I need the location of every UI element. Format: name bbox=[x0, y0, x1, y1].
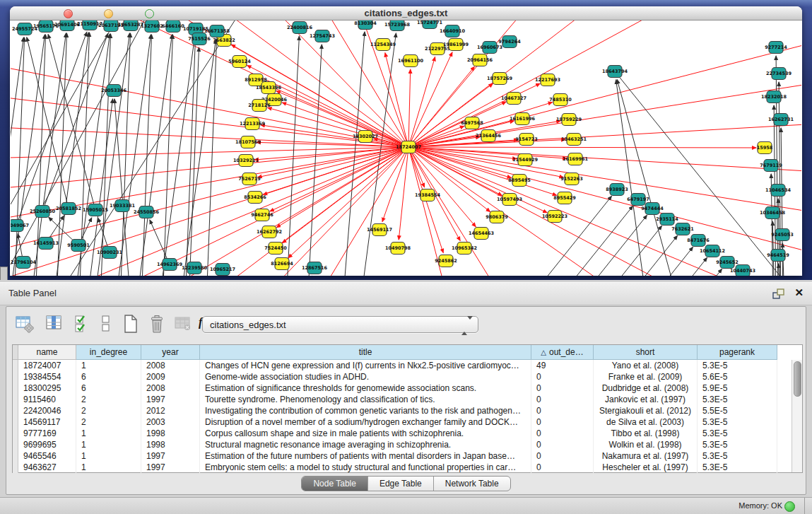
network-edge[interactable] bbox=[408, 147, 512, 178]
network-node[interactable]: 2935114 bbox=[656, 214, 678, 226]
network-node[interactable]: 18759229 bbox=[556, 114, 582, 126]
network-edge[interactable] bbox=[11, 37, 23, 276]
network-node[interactable]: 22734539 bbox=[766, 68, 792, 80]
network-node[interactable]: 10965217 bbox=[210, 264, 235, 276]
network-edge[interactable] bbox=[288, 147, 408, 258]
network-node[interactable]: 15905015 bbox=[83, 204, 109, 216]
network-edge[interactable] bbox=[343, 32, 365, 276]
network-edge[interactable] bbox=[141, 35, 152, 276]
network-edge[interactable] bbox=[11, 63, 408, 147]
column-header-out_de[interactable]: △out_de… bbox=[531, 345, 594, 360]
network-edge[interactable] bbox=[286, 36, 299, 276]
network-edge[interactable] bbox=[600, 226, 662, 276]
select-all-button[interactable] bbox=[73, 313, 94, 336]
column-header-pagerank[interactable]: pagerank bbox=[698, 345, 777, 360]
network-edge[interactable] bbox=[408, 147, 490, 212]
tab-edge-table[interactable]: Edge Table bbox=[368, 477, 434, 491]
network-edge[interactable] bbox=[11, 21, 124, 204]
network-edge[interactable] bbox=[159, 37, 194, 276]
table-row[interactable]: 969969511998Structural magnetic resonanc… bbox=[13, 439, 802, 450]
network-edge[interactable] bbox=[408, 147, 801, 173]
network-node[interactable]: 10463251 bbox=[561, 134, 587, 146]
network-node[interactable]: 18643794 bbox=[602, 66, 628, 78]
network-node[interactable]: 16169961 bbox=[563, 153, 589, 165]
network-edge[interactable] bbox=[11, 127, 408, 147]
network-node[interactable]: 16145913 bbox=[33, 238, 59, 250]
table-row[interactable]: 1830029562008Estimation of significance … bbox=[13, 382, 802, 394]
network-edge[interactable] bbox=[408, 147, 756, 148]
network-edge[interactable] bbox=[577, 215, 647, 276]
network-node[interactable]: 11544929 bbox=[512, 154, 539, 166]
network-node[interactable]: 8126694 bbox=[271, 258, 293, 270]
network-edge[interactable] bbox=[150, 220, 170, 264]
table-row[interactable]: 2242004622012Investigating the contribut… bbox=[13, 405, 802, 416]
network-node[interactable]: 6497568 bbox=[461, 117, 483, 129]
network-node[interactable]: 9154723 bbox=[515, 134, 538, 146]
network-node[interactable]: 18757269 bbox=[487, 73, 513, 85]
table-row[interactable]: 1872400712008Changes of HCN gene express… bbox=[13, 360, 802, 371]
network-node[interactable]: 10900231 bbox=[97, 247, 123, 259]
network-node[interactable]: 9245652 bbox=[716, 257, 739, 269]
network-edge[interactable] bbox=[408, 147, 517, 159]
network-node[interactable]: 10597493 bbox=[497, 194, 522, 206]
float-panel-icon[interactable] bbox=[772, 288, 785, 300]
table-row[interactable]: 1938455462009Genome-wide association stu… bbox=[13, 371, 802, 382]
network-node[interactable]: 24550856 bbox=[134, 206, 160, 218]
network-node[interactable]: 8130304 bbox=[354, 21, 377, 30]
network-node[interactable]: 11046534 bbox=[765, 185, 792, 197]
network-node[interactable]: 8938923 bbox=[606, 184, 628, 196]
network-node[interactable]: 8955429 bbox=[553, 192, 576, 204]
close-panel-icon[interactable]: ✕ bbox=[794, 286, 804, 299]
delete-table-button[interactable] bbox=[173, 313, 194, 336]
network-node[interactable]: 10965342 bbox=[452, 243, 477, 255]
network-edge[interactable] bbox=[385, 53, 408, 147]
network-node[interactable]: 16961100 bbox=[398, 55, 424, 67]
network-node[interactable]: 10490798 bbox=[385, 243, 411, 255]
network-node[interactable]: 19384554 bbox=[415, 189, 441, 201]
network-window-titlebar[interactable]: citations_edges.txt bbox=[10, 6, 802, 21]
network-node[interactable]: 11254349 bbox=[370, 39, 396, 51]
column-header-name[interactable]: name bbox=[18, 345, 76, 360]
network-node[interactable]: 9464519 bbox=[767, 250, 789, 262]
network-edge[interactable] bbox=[408, 147, 774, 276]
network-node[interactable]: 18232018 bbox=[761, 91, 787, 103]
table-selector[interactable]: citations_edges.txt bbox=[202, 316, 478, 333]
table-row[interactable]: 911546021997Tourette syndrome. Phenomeno… bbox=[13, 394, 802, 405]
network-node[interactable]: 20964156 bbox=[467, 54, 493, 66]
table-row[interactable]: 946362711997Embryonic stem cells: a mode… bbox=[13, 462, 802, 473]
network-node[interactable]: 12867516 bbox=[302, 262, 328, 274]
network-edge[interactable] bbox=[408, 66, 474, 147]
table-row[interactable]: 946554611997Estimation of the future num… bbox=[13, 450, 802, 462]
column-header-short[interactable]: short bbox=[594, 345, 698, 360]
network-edge[interactable] bbox=[115, 35, 151, 276]
network-edge[interactable] bbox=[11, 147, 408, 158]
network-edge[interactable] bbox=[648, 247, 693, 276]
network-node[interactable]: 12213369 bbox=[240, 118, 266, 130]
network-node[interactable]: 8534266 bbox=[244, 192, 266, 204]
table-row[interactable]: 1456911722003Disruption of a novel membe… bbox=[13, 416, 802, 428]
tab-network-table[interactable]: Network Table bbox=[434, 477, 510, 491]
network-edge[interactable] bbox=[282, 103, 408, 147]
delete-column-button[interactable] bbox=[148, 313, 169, 336]
network-node[interactable]: 22400816 bbox=[287, 22, 313, 34]
network-node[interactable]: 16640910 bbox=[440, 25, 466, 37]
network-node[interactable]: 15958 bbox=[757, 142, 773, 154]
network-node[interactable]: 9806379 bbox=[486, 211, 508, 223]
network-node[interactable]: 20053346 bbox=[101, 85, 127, 97]
change-table-mode-button[interactable] bbox=[15, 313, 36, 336]
network-node[interactable]: 16262792 bbox=[257, 226, 282, 238]
column-header-year[interactable]: year bbox=[141, 345, 200, 360]
network-edge[interactable] bbox=[136, 35, 172, 276]
network-node[interactable]: 21049067 bbox=[11, 220, 29, 232]
network-node[interactable]: 7485310 bbox=[549, 94, 572, 106]
network-edge[interactable] bbox=[206, 40, 217, 276]
network-node[interactable]: 7526719 bbox=[238, 173, 261, 185]
network-node[interactable]: 14962369 bbox=[157, 259, 183, 271]
network-edge[interactable] bbox=[616, 80, 647, 276]
network-node[interactable]: 10654112 bbox=[700, 245, 725, 257]
column-header-title[interactable]: title bbox=[200, 345, 531, 360]
network-edge[interactable] bbox=[526, 196, 611, 276]
network-node[interactable]: 9245862 bbox=[435, 255, 457, 267]
network-node[interactable]: 18107569 bbox=[235, 136, 261, 148]
network-node[interactable]: 9590501 bbox=[67, 240, 90, 252]
